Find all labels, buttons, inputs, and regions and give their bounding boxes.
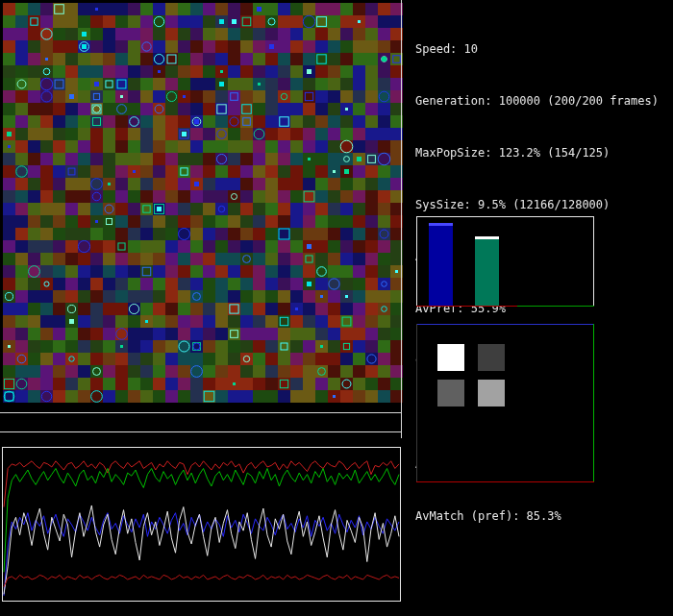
app-window: Speed: 10 Generation: 100000 (200/200 fr… bbox=[0, 0, 673, 616]
population-bar-chart-canvas bbox=[416, 216, 594, 307]
stat-speed: Speed: 10 bbox=[415, 40, 659, 58]
stat-avmatch-pref: AvMatch (pref): 85.3% bbox=[415, 507, 659, 525]
stat-maxpopsize: MaxPopSize: 123.2% (154/125) bbox=[415, 144, 659, 161]
history-line-chart-canvas bbox=[3, 448, 400, 601]
history-chart-panel bbox=[2, 447, 401, 602]
vertical-divider bbox=[401, 0, 402, 438]
world-grid-canvas bbox=[3, 3, 403, 403]
horizontal-divider-bottom bbox=[0, 431, 402, 432]
stat-generation: Generation: 100000 (200/200 frames) bbox=[415, 92, 659, 110]
horizontal-divider-top bbox=[0, 412, 402, 413]
match-matrix-canvas bbox=[416, 324, 594, 482]
stat-syssize: SysSize: 9.5% (12166/128000) bbox=[415, 196, 659, 213]
